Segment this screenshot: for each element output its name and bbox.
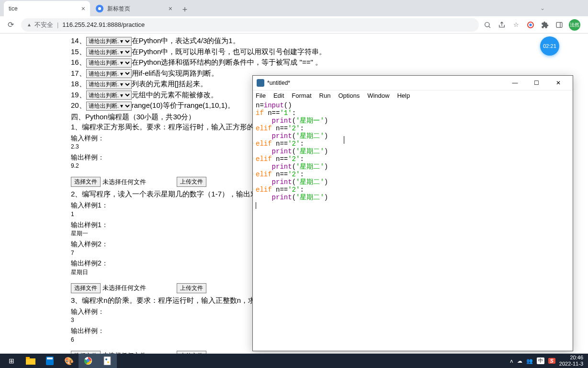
choose-file-button[interactable]: 选择文件 (71, 177, 101, 187)
judgment-select[interactable]: 请给出判断. ▾ (86, 91, 132, 100)
start-button[interactable]: ⊞ (2, 354, 21, 368)
tab-label: tice (9, 5, 18, 12)
question-number: 17、 (71, 69, 86, 77)
date-text: 2022-11-3 (559, 361, 583, 367)
menu-window[interactable]: Window (367, 92, 389, 99)
extension-color-icon[interactable] (526, 20, 535, 30)
question-text: 在Python中，表达式4/3的值为1。 (132, 36, 240, 45)
calculator-icon (46, 356, 54, 365)
toolbar-right: ☆ 法然 (483, 19, 584, 31)
tab-label: 新标签页 (107, 5, 130, 13)
folder-icon (26, 357, 35, 365)
window-dropdown-icon[interactable]: ⌄ (540, 5, 545, 12)
idle-titlebar[interactable]: *untitled* — ☐ ✕ (253, 76, 573, 90)
reload-icon: ⟳ (8, 20, 14, 29)
question-text: 在Python选择和循环结构的判断条件中，等于被写成 "==" 。 (132, 58, 322, 66)
svg-point-3 (529, 23, 531, 26)
menu-help[interactable]: Help (397, 92, 410, 99)
svg-rect-9 (47, 357, 53, 359)
security-warning: 不安全 (27, 21, 53, 29)
paint-button[interactable]: 🎨 (59, 354, 79, 368)
taskbar: ⊞ 🎨 ʌ ☁ 👥 中 S 20:46 2022-11-3 (0, 354, 588, 368)
svg-rect-4 (556, 22, 562, 27)
judgment-select[interactable]: 请给出判断. ▾ (86, 37, 132, 46)
question-text: 元组中的元素不能被修改。 (132, 91, 218, 99)
reload-button[interactable]: ⟳ (4, 18, 17, 32)
bookmark-icon[interactable]: ☆ (511, 20, 521, 30)
menu-format[interactable]: Format (292, 92, 311, 99)
text-cursor (344, 136, 344, 144)
menu-file[interactable]: File (256, 92, 266, 99)
file-status: 未选择任何文件 (102, 178, 146, 186)
svg-rect-7 (26, 357, 30, 359)
extensions-icon[interactable] (540, 20, 550, 30)
question-text: range(10)等价于range(1,10,1)。 (132, 101, 235, 109)
idle-button[interactable] (98, 354, 117, 368)
onedrive-icon[interactable]: ☁ (517, 358, 522, 364)
menu-edit[interactable]: Edit (273, 92, 284, 99)
question-number: 20、 (71, 101, 86, 109)
upload-button[interactable]: 上传文件 (177, 177, 206, 187)
sidepanel-icon[interactable] (554, 20, 564, 30)
question-text: 用if-elif语句实现两路判断。 (132, 69, 219, 77)
windows-icon: ⊞ (9, 357, 14, 365)
tab-newtab[interactable]: 新标签页 × (91, 1, 177, 16)
tray-up-icon[interactable]: ʌ (510, 358, 513, 364)
judgment-select[interactable]: 请给出判断. ▾ (86, 69, 132, 78)
maximize-button[interactable]: ☐ (526, 76, 547, 90)
code-editor[interactable]: n=input() if n=='1': print('星期一') elif n… (253, 101, 573, 351)
file-status: 未选择任何文件 (102, 284, 146, 292)
chrome-icon (96, 5, 103, 12)
new-tab-button[interactable]: + (178, 3, 192, 16)
question-number: 16、 (71, 58, 86, 66)
paint-icon: 🎨 (64, 356, 74, 366)
judgment-select[interactable]: 请给出判断. ▾ (86, 80, 132, 89)
time-text: 20:46 (559, 355, 583, 361)
choose-file-button[interactable]: 选择文件 (71, 283, 101, 293)
question-number: 18、 (71, 80, 86, 88)
chrome-icon (84, 356, 92, 365)
svg-rect-12 (104, 356, 111, 365)
browser-toolbar: ⟳ 不安全 | 116.255.242.91:8888/practice ☆ 法… (0, 16, 588, 34)
question-line: 16、请给出判断. ▾在Python选择和循环结构的判断条件中，等于被写成 "=… (71, 57, 588, 68)
close-icon[interactable]: × (81, 5, 85, 12)
search-icon[interactable] (483, 20, 492, 30)
sogou-icon[interactable]: S (548, 358, 555, 364)
people-icon[interactable]: 👥 (526, 358, 533, 364)
url-text: 116.255.242.91:8888/practice (62, 21, 145, 28)
svg-point-0 (485, 22, 489, 26)
question-line: 15、请给出判断. ▾在Python中，既可以用单引号，也可以用双引号创建字符串… (71, 46, 588, 57)
judgment-select[interactable]: 请给出判断. ▾ (86, 58, 132, 68)
calculator-button[interactable] (40, 354, 59, 368)
share-icon[interactable] (497, 20, 507, 30)
file-explorer-button[interactable] (21, 354, 40, 368)
python-file-icon (103, 356, 112, 365)
clock[interactable]: 20:46 2022-11-3 (559, 355, 583, 367)
question-line: 14、请给出判断. ▾在Python中，表达式4/3的值为1。 (71, 35, 588, 46)
question-number: 19、 (71, 91, 86, 99)
question-text: 列表的元素用[]括起来。 (132, 80, 207, 88)
judgment-select[interactable]: 请给出判断. ▾ (86, 102, 132, 111)
browser-tabs: tice × 新标签页 × + ⌄ (0, 0, 588, 16)
close-icon[interactable]: × (169, 5, 172, 12)
python-icon (257, 79, 264, 87)
minimize-button[interactable]: — (504, 76, 526, 90)
menu-run[interactable]: Run (319, 92, 331, 99)
judgment-select[interactable]: 请给出判断. ▾ (86, 47, 132, 57)
tab-practice[interactable]: tice × (4, 1, 90, 16)
question-number: 15、 (71, 47, 86, 56)
svg-point-14 (105, 358, 107, 360)
window-title: *untitled* (267, 80, 504, 86)
system-tray: ʌ ☁ 👥 中 S 20:46 2022-11-3 (510, 355, 587, 367)
close-button[interactable]: ✕ (547, 76, 569, 90)
svg-line-1 (489, 26, 490, 28)
question-text: 在Python中，既可以用单引号，也可以用双引号创建字符串。 (132, 47, 327, 56)
upload-button[interactable]: 上传文件 (177, 283, 206, 293)
svg-point-15 (107, 361, 109, 363)
chrome-button[interactable] (79, 354, 98, 368)
menu-options[interactable]: Options (338, 92, 360, 99)
url-bar[interactable]: 不安全 | 116.255.242.91:8888/practice (21, 18, 479, 32)
profile-avatar[interactable]: 法然 (569, 19, 580, 31)
idle-menubar: File Edit Format Run Options Window Help (253, 90, 573, 101)
ime-indicator[interactable]: 中 (537, 357, 544, 364)
